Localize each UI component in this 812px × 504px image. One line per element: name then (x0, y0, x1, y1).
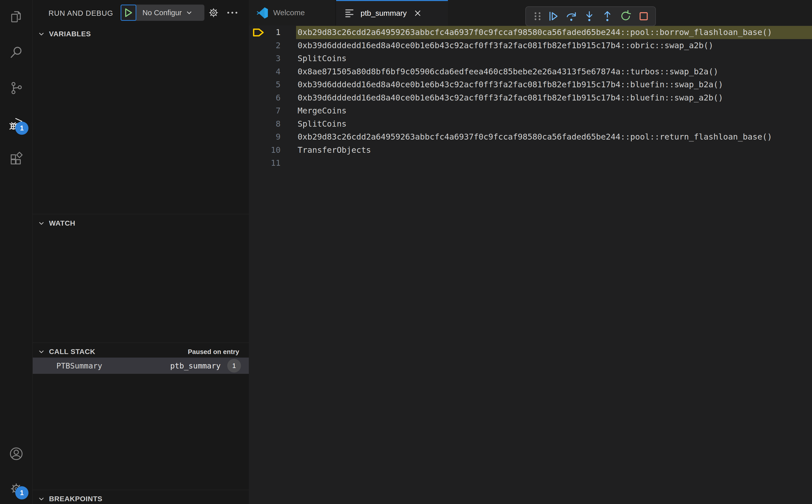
line-number[interactable]: 9 (249, 130, 280, 144)
run-and-debug-sidebar: RUN AND DEBUG No Configur (33, 0, 249, 504)
tab-ptb-summary-label: ptb_summary (360, 9, 407, 18)
code-line[interactable]: 1 0xb29d83c26cdd2a64959263abbcfc4a6937f0… (249, 26, 812, 39)
line-text[interactable]: 0xb39d6dddedd16ed8a40ce0b1e6b43c92acf0ff… (296, 91, 812, 105)
line-number[interactable]: 8 (249, 117, 280, 131)
code-line[interactable]: 4 0x8ae871505a80d8bf6bf9c05906cda6edfeea… (249, 65, 812, 78)
call-stack-frame-row[interactable]: PTBSummary ptb_summary 1 (33, 358, 249, 374)
frame-badge: 1 (227, 359, 241, 373)
line-text[interactable]: 0xb29d83c26cdd2a64959263abbcfc4a6937f0c9… (296, 130, 812, 144)
line-number[interactable]: 6 (249, 91, 280, 105)
line-number[interactable]: 5 (249, 78, 280, 91)
debug-toolbar (525, 6, 656, 26)
line-text[interactable]: TransferObjects (296, 144, 812, 157)
line-text[interactable]: 0xb39d6dddedd16ed8a40ce0b1e6b43c92acf0ff… (296, 78, 812, 91)
debug-badge: 1 (15, 122, 28, 135)
vscode-logo-icon (256, 7, 268, 19)
chevron-down-icon (38, 220, 45, 227)
line-text[interactable]: SplitCoins (296, 117, 812, 131)
code-line[interactable]: 10 TransferObjects (249, 144, 812, 157)
continue-icon[interactable] (547, 10, 559, 22)
start-debugging-button[interactable] (121, 5, 136, 21)
breakpoints-section-header[interactable]: BREAKPOINTS (33, 492, 249, 504)
line-text[interactable]: 0xb39d6dddedd16ed8a40ce0b1e6b43c92acf0ff… (296, 39, 812, 52)
section-divider (33, 214, 249, 214)
section-divider (33, 343, 249, 343)
code-line[interactable]: 2 0xb39d6dddedd16ed8a40ce0b1e6b43c92acf0… (249, 39, 812, 52)
config-dropdown-label: No Configur (142, 9, 182, 17)
line-text[interactable]: 0x8ae871505a80d8bf6bf9c05906cda6edfeea46… (296, 65, 812, 78)
line-text[interactable]: MergeCoins (296, 104, 812, 117)
extensions-icon[interactable] (9, 152, 23, 166)
frame-file: ptb_summary (170, 361, 221, 370)
tab-welcome[interactable]: Welcome (249, 0, 336, 25)
variables-section-header[interactable]: VARIABLES (33, 27, 249, 41)
chevron-down-icon (38, 495, 45, 502)
code-line[interactable]: 9 0xb29d83c26cdd2a64959263abbcfc4a6937f0… (249, 130, 812, 144)
chevron-down-icon (38, 30, 45, 38)
line-number[interactable]: 10 (249, 144, 280, 157)
code-editor: 1 0xb29d83c26cdd2a64959263abbcfc4a6937f0… (249, 26, 812, 504)
run-and-debug-icon[interactable]: 1 (9, 117, 23, 131)
code-line[interactable]: 3 SplitCoins (249, 52, 812, 65)
activity-bar: 1 1 (0, 0, 33, 504)
debug-settings-gear-icon[interactable] (207, 7, 220, 19)
close-icon[interactable] (414, 9, 422, 18)
stop-icon[interactable] (638, 10, 650, 22)
step-over-icon[interactable] (565, 10, 577, 22)
settings-badge: 1 (15, 486, 28, 499)
code-line[interactable]: 7 MergeCoins (249, 104, 812, 117)
code-line[interactable]: 11 (249, 157, 812, 170)
step-out-icon[interactable] (601, 10, 614, 22)
frame-name: PTBSummary (56, 361, 102, 370)
line-text[interactable] (296, 157, 812, 170)
sidebar-title: RUN AND DEBUG (48, 9, 113, 18)
line-number[interactable]: 11 (249, 157, 280, 170)
line-text[interactable]: SplitCoins (296, 52, 812, 65)
launch-config-control: No Configur (121, 5, 204, 21)
call-stack-section-label: CALL STACK (49, 348, 95, 356)
list-file-icon (344, 7, 355, 19)
code-line[interactable]: 5 0xb39d6dddedd16ed8a40ce0b1e6b43c92acf0… (249, 78, 812, 91)
line-number[interactable]: 2 (249, 39, 280, 52)
search-icon[interactable] (9, 45, 23, 60)
chevron-down-icon (38, 348, 45, 355)
explorer-icon[interactable] (9, 10, 23, 24)
section-divider (33, 490, 249, 490)
more-actions-icon[interactable] (226, 7, 238, 19)
sidebar-header: RUN AND DEBUG No Configur (33, 0, 249, 25)
config-dropdown[interactable]: No Configur (136, 5, 204, 21)
watch-section-label: WATCH (49, 219, 75, 227)
debug-current-line-arrow-icon (252, 28, 264, 37)
settings-gear-icon[interactable]: 1 (9, 482, 23, 496)
editor-pane: Welcome ptb_summary (249, 0, 812, 504)
line-number[interactable]: 7 (249, 104, 280, 117)
code-line[interactable]: 6 0xb39d6dddedd16ed8a40ce0b1e6b43c92acf0… (249, 91, 812, 105)
tab-welcome-label: Welcome (273, 8, 305, 17)
code-line[interactable]: 8 SplitCoins (249, 117, 812, 131)
source-control-icon[interactable] (9, 81, 23, 95)
variables-section-label: VARIABLES (49, 30, 91, 38)
line-number[interactable]: 3 (249, 52, 280, 65)
watch-section-header[interactable]: WATCH (33, 216, 249, 230)
breakpoints-section-label: BREAKPOINTS (49, 495, 102, 503)
paused-status-label: Paused on entry (188, 348, 239, 356)
line-text[interactable]: 0xb29d83c26cdd2a64959263abbcfc4a6937f0c9… (296, 26, 812, 39)
restart-icon[interactable] (620, 10, 632, 22)
chevron-down-icon (185, 9, 193, 16)
step-into-icon[interactable] (583, 10, 596, 22)
line-number[interactable]: 4 (249, 65, 280, 78)
account-icon[interactable] (9, 447, 23, 461)
drag-handle-icon[interactable] (532, 10, 541, 22)
call-stack-section-header[interactable]: CALL STACK Paused on entry (33, 345, 249, 359)
tab-ptb-summary[interactable]: ptb_summary (336, 0, 448, 25)
